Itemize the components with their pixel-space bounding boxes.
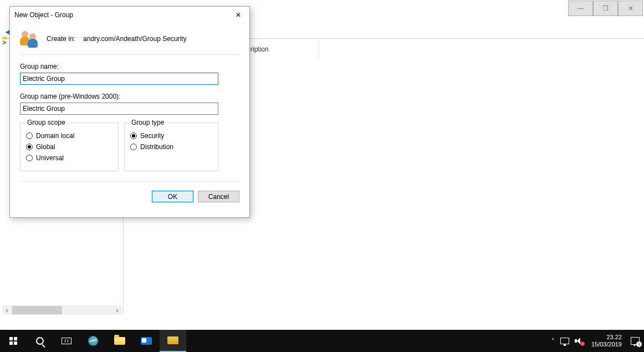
radio-icon bbox=[26, 144, 33, 150]
create-in-label: Create in: bbox=[47, 35, 75, 43]
radio-label: Security bbox=[140, 132, 164, 140]
column-header-fragment: cription bbox=[247, 45, 269, 53]
taskbar-app-1[interactable] bbox=[133, 330, 160, 352]
network-icon[interactable] bbox=[560, 338, 569, 344]
scroll-left-button[interactable]: ‹ bbox=[2, 305, 12, 315]
system-tray: ˄ x 23.22 15/03/2019 1 bbox=[547, 334, 644, 348]
radio-label: Domain local bbox=[36, 132, 74, 140]
radio-icon bbox=[130, 144, 137, 150]
search-icon bbox=[36, 337, 44, 345]
new-object-group-dialog: New Object - Group ✕ Create in: andry.co… bbox=[9, 6, 250, 218]
close-window-button[interactable]: ✕ bbox=[618, 1, 643, 16]
radio-label: Global bbox=[36, 143, 55, 151]
taskbar-file-explorer[interactable] bbox=[106, 330, 133, 352]
taskbar-date: 15/03/2019 bbox=[591, 341, 622, 348]
radio-global[interactable]: Global bbox=[26, 143, 113, 151]
internet-explorer-icon bbox=[88, 336, 98, 346]
radio-security[interactable]: Security bbox=[130, 132, 212, 140]
cancel-button[interactable]: Cancel bbox=[198, 191, 239, 202]
radio-domain-local[interactable]: Domain local bbox=[26, 132, 113, 140]
minimize-button[interactable]: — bbox=[568, 1, 593, 16]
task-view-icon bbox=[62, 338, 71, 344]
group-name-pre2000-input[interactable] bbox=[20, 103, 218, 115]
radio-icon bbox=[26, 155, 33, 161]
maximize-button[interactable]: ❐ bbox=[593, 1, 618, 16]
app-icon bbox=[141, 337, 152, 345]
group-type-box: Group type Security Distribution bbox=[124, 123, 218, 171]
taskbar: ˄ x 23.22 15/03/2019 1 bbox=[0, 330, 644, 352]
app-icon bbox=[167, 336, 178, 344]
start-button[interactable] bbox=[0, 330, 27, 352]
taskbar-app-2-active[interactable] bbox=[160, 330, 186, 352]
group-scope-title: Group scope bbox=[25, 119, 68, 126]
notification-count-badge: 1 bbox=[636, 341, 642, 347]
taskbar-time: 23.22 bbox=[591, 334, 622, 341]
taskbar-clock[interactable]: 23.22 15/03/2019 bbox=[588, 334, 625, 348]
group-name-pre2000-label: Group name (pre-Windows 2000): bbox=[20, 93, 239, 100]
windows-logo-icon bbox=[9, 337, 17, 345]
radio-icon bbox=[130, 132, 137, 139]
create-in-path: andry.com/Andeath/Group Security bbox=[83, 35, 187, 43]
create-in-row: Create in: andry.com/Andeath/Group Secur… bbox=[20, 23, 239, 54]
group-scope-box: Group scope Domain local Global Universa… bbox=[20, 123, 119, 171]
horizontal-scrollbar[interactable]: ‹ › bbox=[2, 305, 122, 315]
radio-label: Distribution bbox=[140, 143, 173, 151]
group-icon bbox=[20, 30, 39, 48]
action-center-button[interactable]: 1 bbox=[631, 337, 640, 345]
scroll-right-button[interactable]: › bbox=[113, 305, 122, 315]
radio-distribution[interactable]: Distribution bbox=[130, 143, 212, 151]
group-name-label: Group name: bbox=[20, 63, 239, 70]
task-view-button[interactable] bbox=[53, 330, 80, 352]
volume-muted-badge: x bbox=[580, 341, 585, 346]
group-type-title: Group type bbox=[129, 119, 166, 126]
folder-icon bbox=[114, 337, 125, 345]
radio-universal[interactable]: Universal bbox=[26, 154, 113, 162]
volume-icon[interactable]: x bbox=[575, 338, 582, 344]
search-button[interactable] bbox=[27, 330, 53, 352]
radio-label: Universal bbox=[36, 154, 64, 162]
ok-button[interactable]: OK bbox=[152, 191, 193, 202]
scroll-thumb[interactable] bbox=[12, 306, 62, 314]
dialog-titlebar[interactable]: New Object - Group ✕ bbox=[10, 7, 249, 23]
radio-icon bbox=[26, 132, 33, 139]
group-name-input[interactable] bbox=[20, 73, 218, 85]
taskbar-ie[interactable] bbox=[80, 330, 106, 352]
tray-overflow-button[interactable]: ˄ bbox=[551, 338, 555, 345]
dialog-title: New Object - Group bbox=[14, 11, 227, 19]
dialog-close-button[interactable]: ✕ bbox=[227, 7, 249, 23]
